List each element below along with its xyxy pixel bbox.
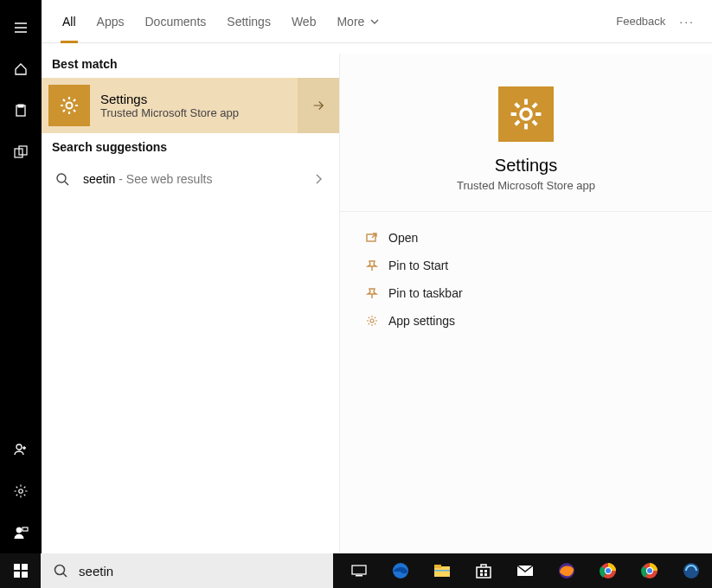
suggestion-term: seetin bbox=[83, 172, 115, 186]
section-header-suggestions: Search suggestions bbox=[42, 133, 339, 161]
tabs-row: All Apps Documents Settings Web More Fee… bbox=[42, 0, 712, 43]
hamburger-icon[interactable] bbox=[0, 7, 42, 48]
best-match-subtitle: Trusted Microsoft Store app bbox=[100, 106, 298, 119]
tab-all[interactable]: All bbox=[52, 0, 87, 43]
firefox-icon[interactable] bbox=[546, 553, 587, 588]
home-icon[interactable] bbox=[0, 48, 42, 90]
action-label: Pin to Start bbox=[388, 259, 448, 272]
tab-web[interactable]: Web bbox=[281, 0, 327, 43]
svg-rect-15 bbox=[14, 572, 20, 578]
start-button[interactable] bbox=[0, 553, 41, 588]
section-header-best-match: Best match bbox=[42, 50, 339, 78]
tab-settings[interactable]: Settings bbox=[216, 0, 281, 43]
svg-point-12 bbox=[370, 319, 374, 323]
detail-header: Settings Trusted Microsoft Store app bbox=[340, 54, 712, 212]
feedback-link[interactable]: Feedback bbox=[609, 15, 672, 28]
tab-label: Documents bbox=[144, 15, 206, 29]
search-box[interactable] bbox=[41, 553, 333, 588]
svg-rect-22 bbox=[434, 565, 441, 568]
svg-point-6 bbox=[16, 527, 22, 533]
chrome-icon[interactable] bbox=[587, 553, 629, 588]
action-open[interactable]: Open bbox=[340, 224, 712, 252]
tab-more[interactable]: More bbox=[326, 0, 392, 43]
search-icon bbox=[52, 172, 73, 186]
detail-pane: Settings Trusted Microsoft Store app Ope… bbox=[339, 54, 712, 553]
svg-rect-27 bbox=[480, 573, 483, 576]
svg-rect-18 bbox=[352, 566, 366, 574]
svg-point-4 bbox=[16, 444, 22, 450]
suggestion-text: seetin - See web results bbox=[73, 172, 308, 186]
tab-label: More bbox=[337, 15, 364, 29]
best-match-title: Settings bbox=[100, 92, 298, 106]
open-icon bbox=[361, 231, 383, 245]
task-view-button[interactable] bbox=[338, 553, 380, 588]
taskbar bbox=[0, 553, 712, 588]
svg-rect-24 bbox=[477, 567, 491, 578]
chrome-icon[interactable] bbox=[629, 553, 670, 588]
search-input[interactable] bbox=[68, 564, 321, 578]
edge-icon[interactable] bbox=[380, 553, 421, 588]
svg-rect-25 bbox=[480, 570, 483, 572]
search-panel: All Apps Documents Settings Web More Fee… bbox=[42, 0, 712, 553]
svg-rect-7 bbox=[22, 527, 28, 531]
svg-rect-26 bbox=[484, 570, 487, 572]
detail-title: Settings bbox=[495, 156, 557, 176]
more-options-button[interactable]: ··· bbox=[672, 15, 702, 29]
tab-label: Apps bbox=[97, 15, 125, 29]
action-pin-start[interactable]: Pin to Start bbox=[340, 252, 712, 279]
feedback-label: Feedback bbox=[616, 15, 665, 28]
file-explorer-icon[interactable] bbox=[421, 553, 463, 588]
microsoft-store-icon[interactable] bbox=[463, 553, 504, 588]
search-suggestion[interactable]: seetin - See web results bbox=[42, 161, 339, 197]
svg-rect-16 bbox=[22, 572, 28, 578]
gear-icon[interactable] bbox=[0, 470, 42, 512]
tab-label: All bbox=[62, 15, 76, 29]
svg-rect-23 bbox=[434, 570, 450, 572]
svg-point-5 bbox=[19, 489, 23, 494]
results-column: Best match Settings Trusted Microsoft St… bbox=[42, 43, 339, 553]
tab-label: Web bbox=[292, 15, 317, 29]
suggestion-tail: - See web results bbox=[115, 172, 212, 186]
best-match-result[interactable]: Settings Trusted Microsoft Store app bbox=[42, 78, 339, 133]
feedback-person-icon[interactable] bbox=[0, 512, 42, 553]
svg-point-36 bbox=[647, 568, 652, 573]
gear-icon bbox=[361, 314, 383, 328]
svg-rect-13 bbox=[14, 564, 20, 570]
svg-point-9 bbox=[57, 174, 66, 182]
best-match-text: Settings Trusted Microsoft Store app bbox=[90, 92, 298, 119]
windows-start-icon bbox=[13, 563, 29, 578]
svg-rect-14 bbox=[22, 564, 28, 570]
svg-point-17 bbox=[55, 566, 65, 575]
detail-subtitle: Trusted Microsoft Store app bbox=[457, 179, 595, 192]
taskbar-icons bbox=[333, 553, 712, 588]
files-icon[interactable] bbox=[0, 131, 42, 173]
tab-label: Settings bbox=[227, 15, 271, 29]
action-label: Open bbox=[388, 231, 418, 245]
svg-point-10 bbox=[521, 109, 531, 119]
nav-rail bbox=[0, 0, 42, 553]
pin-icon bbox=[361, 259, 383, 272]
svg-rect-28 bbox=[484, 573, 487, 576]
action-label: Pin to taskbar bbox=[388, 286, 463, 300]
tab-documents[interactable]: Documents bbox=[134, 0, 216, 43]
expand-right-button[interactable] bbox=[298, 78, 339, 133]
gear-icon bbox=[48, 85, 90, 126]
clipboard-icon[interactable] bbox=[0, 90, 42, 131]
app-icon[interactable] bbox=[670, 553, 712, 588]
tab-apps[interactable]: Apps bbox=[87, 0, 135, 43]
svg-rect-1 bbox=[18, 105, 23, 107]
mail-icon[interactable] bbox=[504, 553, 546, 588]
gear-icon bbox=[498, 86, 554, 142]
action-list: Open Pin to Start Pin to taskbar bbox=[340, 212, 712, 347]
add-user-icon[interactable] bbox=[0, 429, 42, 470]
svg-point-33 bbox=[606, 568, 611, 573]
action-app-settings[interactable]: App settings bbox=[340, 307, 712, 335]
action-pin-taskbar[interactable]: Pin to taskbar bbox=[340, 279, 712, 307]
svg-rect-19 bbox=[356, 575, 362, 577]
search-icon bbox=[53, 563, 68, 578]
pin-icon bbox=[361, 286, 383, 300]
svg-point-8 bbox=[67, 103, 73, 109]
chevron-right-icon bbox=[308, 172, 329, 186]
chevron-down-icon bbox=[368, 15, 382, 29]
action-label: App settings bbox=[388, 314, 455, 328]
